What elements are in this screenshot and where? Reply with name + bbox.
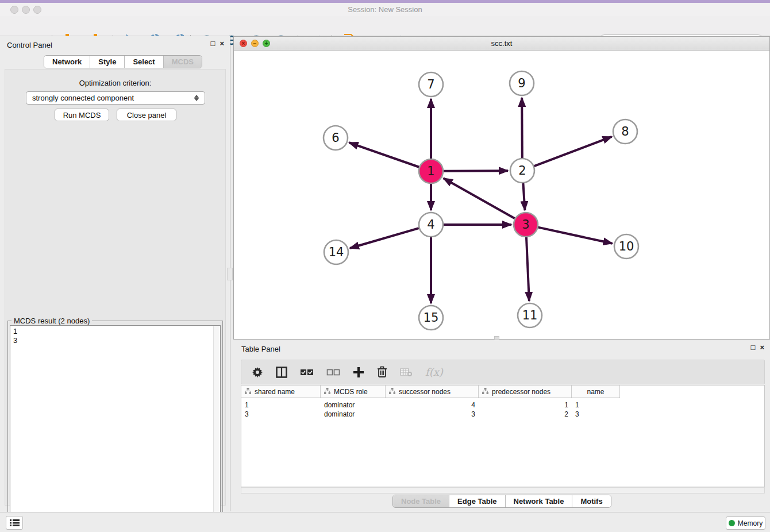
network-window-titlebar[interactable]: × − + scc.txt [234,37,769,51]
node-3[interactable]: 3 [514,213,538,237]
cell-name: 3 [572,410,620,419]
memory-button[interactable]: Memory [726,516,765,530]
minimize-window-icon[interactable] [22,6,30,14]
edge-1-2[interactable] [444,171,508,171]
svg-text:9: 9 [518,76,525,90]
tab-motifs[interactable]: Motifs [572,495,610,507]
svg-text:4: 4 [427,218,434,232]
mcds-result-list[interactable]: 13 [10,325,221,532]
panel-splitter-handle[interactable] [227,268,233,280]
node-table[interactable]: shared nameMCDS rolesuccessor nodesprede… [241,385,765,487]
attribute-type-icon [482,388,488,396]
node-7[interactable]: 7 [419,72,443,97]
node-1[interactable]: 1 [419,159,443,183]
node-6[interactable]: 6 [324,126,348,150]
network-canvas[interactable]: 7968124314101511 [234,51,769,339]
horizontal-splitter-handle[interactable] [494,336,499,340]
column-label: predecessor nodes [492,388,550,396]
mcds-result-title: MCDS result (2 nodes) [11,317,92,325]
node-2[interactable]: 2 [510,159,534,183]
node-11[interactable]: 11 [518,303,542,327]
cell-successor-nodes: 3 [386,410,479,419]
tab-node-table[interactable]: Node Table [393,495,449,507]
edge-3-1[interactable] [444,178,515,218]
main-toolbar [0,16,770,36]
cell-shared-name: 1 [241,400,321,410]
edge-3-10[interactable] [538,228,612,244]
table-options-gear-icon[interactable] [252,367,263,378]
network-maximize-icon[interactable]: + [263,40,270,47]
mcds-panel: Optimization criterion: strongly connect… [5,69,226,506]
run-mcds-button[interactable]: Run MCDS [55,109,109,121]
edge-2-3[interactable] [523,183,525,210]
tab-select[interactable]: Select [125,56,163,68]
table-row[interactable]: 3dominator323 [241,410,620,419]
node-4[interactable]: 4 [419,213,443,237]
node-15[interactable]: 15 [419,306,443,330]
column-label: shared name [255,388,295,396]
node-8[interactable]: 8 [613,119,637,144]
table-panel-title: Table Panel [241,345,280,353]
svg-text:11: 11 [522,309,538,322]
control-panel: Control Panel □ × NetworkStyleSelectMCDS… [0,36,230,511]
select-all-checks-icon[interactable] [300,368,314,376]
svg-text:8: 8 [621,125,629,138]
svg-text:7: 7 [427,78,434,91]
network-close-icon[interactable]: × [240,40,247,47]
column-header-name[interactable]: name [572,385,620,398]
dropdown-stepper-icon [194,95,199,101]
close-window-icon[interactable] [10,6,18,14]
close-table-panel-icon[interactable]: × [760,344,764,352]
cell-successor-nodes: 4 [386,400,479,410]
cell-predecessor-nodes: 1 [479,400,572,410]
edge-1-6[interactable] [349,142,419,167]
edge-3-11[interactable] [526,237,529,301]
tab-network-table[interactable]: Network Table [506,495,573,507]
criterion-dropdown[interactable]: strongly connected component [26,91,205,105]
close-panel-icon[interactable]: × [220,40,224,48]
edge-4-14[interactable] [350,228,419,248]
control-panel-tabs: NetworkStyleSelectMCDS [44,55,202,68]
edge-2-8[interactable] [534,137,612,166]
task-history-button[interactable] [6,516,23,530]
table-scrollbar[interactable] [241,487,765,494]
float-panel-icon[interactable]: □ [211,40,215,48]
show-columns-icon[interactable] [276,367,287,378]
add-column-icon[interactable] [353,367,364,378]
close-panel-button[interactable]: Close panel [117,109,176,121]
status-bar: Memory [0,512,770,532]
svg-text:3: 3 [522,218,529,232]
column-header-shared-name[interactable]: shared name [241,385,321,398]
tab-network[interactable]: Network [44,56,90,68]
network-minimize-icon[interactable]: − [251,40,259,47]
mcds-result-item: 3 [13,336,17,345]
mcds-result-group: MCDS result (2 nodes) 13 [7,321,223,532]
column-header-MCDS-role[interactable]: MCDS role [321,385,386,398]
delete-column-icon[interactable] [377,366,387,378]
node-14[interactable]: 14 [324,240,348,264]
tab-mcds[interactable]: MCDS [164,56,202,68]
network-window-title: scc.txt [234,37,769,51]
attribute-type-icon [324,388,330,396]
memory-label: Memory [738,519,763,527]
node-10[interactable]: 10 [614,234,638,259]
table-row[interactable]: 1dominator411 [241,400,620,410]
svg-text:1: 1 [427,164,434,178]
criterion-value: strongly connected component [32,94,134,102]
table-header-row: shared nameMCDS rolesuccessor nodesprede… [241,385,620,398]
cell-name: 1 [572,400,620,410]
column-header-predecessor-nodes[interactable]: predecessor nodes [479,385,572,398]
column-header-successor-nodes[interactable]: successor nodes [386,385,479,398]
clear-checks-icon[interactable] [326,368,340,376]
maximize-window-icon[interactable] [33,6,41,14]
mcds-result-values: 13 [13,327,17,345]
function-builder-icon[interactable]: f(x) [425,366,443,378]
tab-style[interactable]: Style [90,56,125,68]
node-9[interactable]: 9 [510,71,534,95]
float-table-panel-icon[interactable]: □ [751,344,756,352]
edge-2-9[interactable] [522,98,522,158]
graph-edges [349,98,613,303]
destroy-table-icon[interactable] [400,368,413,377]
result-scrollbar[interactable] [213,326,220,532]
tab-edge-table[interactable]: Edge Table [449,495,505,507]
